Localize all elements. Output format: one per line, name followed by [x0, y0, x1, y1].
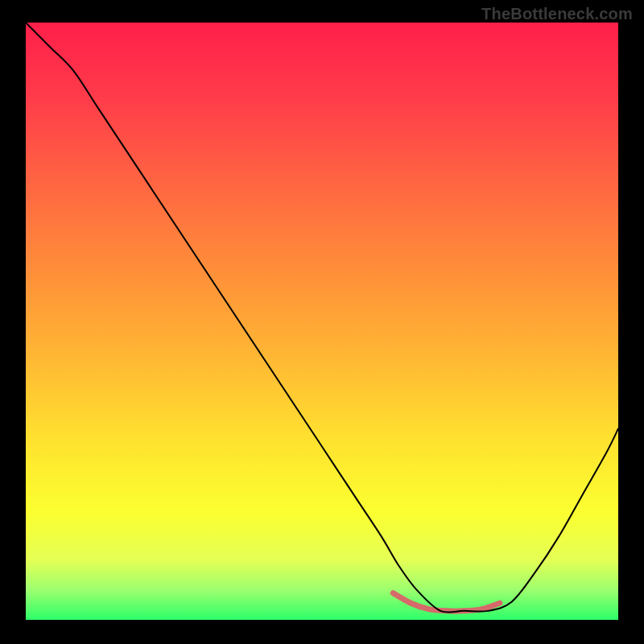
chart-plot-area [26, 23, 618, 620]
chart-background-gradient [26, 23, 618, 620]
watermark: TheBottleneck.com [481, 5, 633, 23]
svg-rect-0 [26, 23, 618, 620]
